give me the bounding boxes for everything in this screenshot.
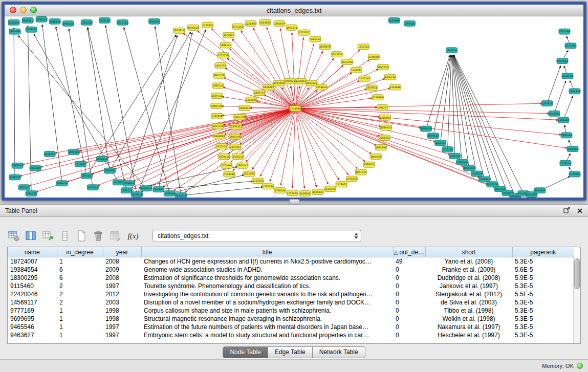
- network-edge[interactable]: [295, 108, 304, 188]
- network-node[interactable]: 1880141: [220, 42, 231, 48]
- network-edge[interactable]: [170, 175, 245, 193]
- column-header-in-degree[interactable]: in_degree: [57, 247, 103, 257]
- network-node[interactable]: 1921044: [557, 58, 568, 64]
- network-node[interactable]: 1936041: [479, 177, 490, 182]
- network-edge[interactable]: [295, 108, 510, 194]
- cell-in_degree[interactable]: 1: [57, 307, 103, 315]
- network-node[interactable]: 1903410: [404, 20, 415, 26]
- network-node[interactable]: 1904419: [569, 89, 580, 94]
- network-node[interactable]: 1905104: [464, 165, 475, 171]
- cell-pagerank[interactable]: 5.9E-5: [512, 274, 574, 282]
- table-scrollbar-thumb[interactable]: [574, 258, 580, 289]
- network-node[interactable]: 1873817: [223, 32, 234, 38]
- network-node[interactable]: 1901224: [81, 19, 92, 25]
- network-node[interactable]: 1609878: [319, 44, 331, 50]
- network-edge[interactable]: [88, 28, 110, 171]
- cell-out_degree[interactable]: 49: [393, 257, 425, 266]
- network-node[interactable]: 1844754: [446, 48, 458, 53]
- cell-in_degree[interactable]: 6: [57, 274, 103, 282]
- cell-title[interactable]: Investigating the contribution of common…: [141, 290, 393, 298]
- network-node[interactable]: 1723563: [252, 178, 264, 184]
- network-edge[interactable]: [224, 108, 295, 135]
- cell-name[interactable]: 9463627: [8, 331, 57, 339]
- cell-name[interactable]: 18724007: [8, 257, 57, 266]
- cell-pagerank[interactable]: 5.3E-5: [512, 257, 574, 266]
- network-node[interactable]: 6770100: [569, 171, 580, 177]
- network-node[interactable]: 2043041: [22, 17, 33, 23]
- network-node[interactable]: 1953652: [316, 84, 327, 90]
- cell-in_degree[interactable]: 6: [57, 266, 103, 274]
- network-node[interactable]: 1906214: [212, 83, 224, 89]
- network-node[interactable]: 2026052: [44, 151, 55, 157]
- network-node[interactable]: 1753104: [287, 190, 298, 196]
- cell-in_degree[interactable]: 2: [57, 282, 103, 290]
- cell-out_degree[interactable]: 0: [393, 323, 425, 331]
- function-builder-icon[interactable]: f(x): [125, 229, 141, 243]
- network-node[interactable]: 1835362: [358, 44, 369, 50]
- network-node[interactable]: 1805147: [237, 163, 248, 168]
- network-edge[interactable]: [14, 28, 15, 178]
- network-node[interactable]: 1936224: [36, 16, 47, 22]
- delete-table-icon[interactable]: [92, 229, 105, 243]
- network-node[interactable]: 1210414: [567, 146, 578, 152]
- tab-network-table[interactable]: Network Table: [313, 347, 365, 358]
- cell-pagerank[interactable]: 5.3E-5: [512, 282, 574, 290]
- rows-icon[interactable]: [58, 229, 71, 243]
- column-header-title[interactable]: title: [141, 247, 393, 257]
- network-node[interactable]: 1528431: [336, 182, 347, 187]
- network-node[interactable]: 1648931: [351, 67, 362, 73]
- network-edge[interactable]: [55, 108, 295, 153]
- cell-title[interactable]: Estimation of the future numbers of pati…: [141, 323, 393, 331]
- cell-name[interactable]: 9699695: [8, 315, 57, 323]
- network-node[interactable]: 1953102: [99, 17, 110, 23]
- cell-title[interactable]: Disruption of a novel member of a sodium…: [141, 298, 393, 307]
- network-node[interactable]: 1890514: [56, 181, 68, 186]
- network-edge[interactable]: [452, 55, 455, 156]
- network-node[interactable]: 1748508: [368, 54, 379, 60]
- network-node[interactable]: 1210464: [372, 95, 383, 100]
- cell-year[interactable]: 2012: [103, 290, 141, 298]
- network-node[interactable]: 1638104: [549, 111, 560, 116]
- window-resize-grip[interactable]: [289, 199, 299, 205]
- network-node[interactable]: 9575260: [232, 24, 244, 29]
- network-node[interactable]: 1816427: [380, 125, 391, 130]
- close-panel-icon[interactable]: ✕: [577, 207, 583, 214]
- network-node[interactable]: 1901415: [18, 185, 30, 190]
- cell-title[interactable]: Genome-wide association studies in ADHD.: [141, 266, 393, 274]
- cell-in_degree[interactable]: 1: [57, 257, 103, 266]
- close-window-icon[interactable]: [10, 7, 16, 13]
- network-edge[interactable]: [86, 35, 176, 176]
- network-node[interactable]: 1906087: [263, 84, 274, 90]
- network-edge[interactable]: [128, 35, 177, 183]
- network-node[interactable]: 1953114: [87, 185, 98, 190]
- network-node[interactable]: 1425733: [215, 62, 226, 68]
- float-panel-icon[interactable]: [563, 206, 571, 215]
- cell-title[interactable]: Corpus callosum shape and size in male p…: [141, 307, 393, 315]
- network-node[interactable]: 2086519: [211, 103, 222, 109]
- cell-short[interactable]: Tibbo et al. (1998): [425, 307, 512, 315]
- network-node[interactable]: 1321616: [389, 84, 401, 90]
- cell-name[interactable]: 9777169: [8, 307, 57, 315]
- network-node[interactable]: 1890141: [456, 159, 468, 165]
- network-edge[interactable]: [29, 108, 295, 186]
- network-node[interactable]: 1818104: [434, 140, 446, 146]
- network-node[interactable]: 1216403: [379, 115, 390, 120]
- cell-title[interactable]: Embryonic stem cells: a model to study s…: [141, 331, 393, 339]
- network-node[interactable]: 1765394: [263, 184, 274, 189]
- tab-node-table[interactable]: Node Table: [223, 347, 268, 358]
- column-header-short[interactable]: short: [425, 247, 512, 257]
- network-node[interactable]: 1806419: [420, 126, 431, 132]
- network-node[interactable]: 1777147: [359, 76, 370, 81]
- cell-pagerank[interactable]: 5.3E-5: [512, 331, 574, 339]
- network-node[interactable]: 1625191: [244, 171, 255, 177]
- cell-short[interactable]: Wolkin et al. (1998): [425, 315, 512, 323]
- network-node[interactable]: 1805092: [370, 154, 381, 159]
- cell-short[interactable]: Jankovic et al. (1997): [425, 282, 512, 290]
- network-edge[interactable]: [547, 65, 561, 103]
- network-edge[interactable]: [295, 108, 549, 114]
- network-node[interactable]: 1724940: [290, 106, 301, 112]
- cell-year[interactable]: 1998: [103, 307, 141, 315]
- cell-name[interactable]: 9465546: [8, 323, 57, 331]
- network-edge[interactable]: [131, 108, 295, 188]
- cell-out_degree[interactable]: 0: [393, 274, 425, 282]
